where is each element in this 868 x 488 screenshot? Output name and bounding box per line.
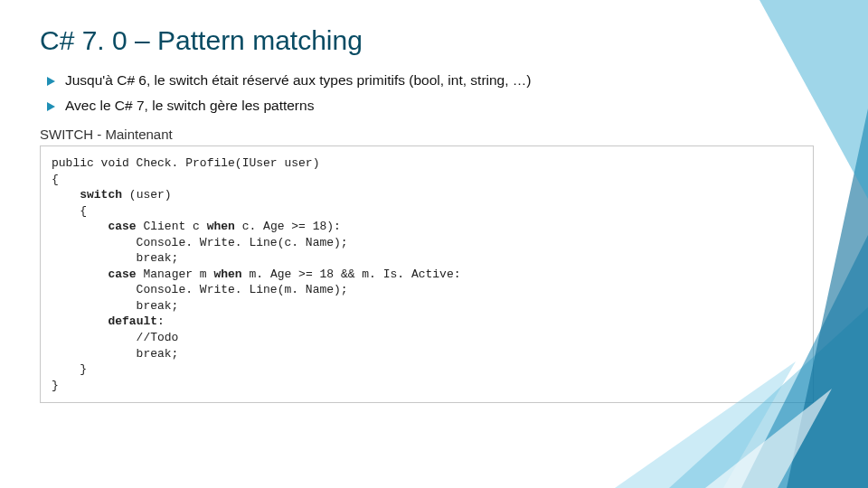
code-line: break;	[52, 299, 178, 313]
bullet-list: Jusqu'à C# 6, le switch était réservé au…	[40, 72, 828, 114]
code-line: //Todo	[52, 331, 178, 344]
code-block: public void Check. Profile(IUser user) {…	[40, 145, 814, 403]
code-keyword: switch	[80, 188, 122, 202]
code-line: Console. Write. Line(m. Name);	[52, 283, 348, 296]
code-line: Console. Write. Line(c. Name);	[52, 236, 348, 249]
code-text	[52, 220, 108, 233]
code-text: :	[157, 314, 165, 328]
code-keyword: default	[108, 314, 157, 328]
code-line: }	[52, 362, 87, 376]
code-line	[52, 188, 80, 202]
code-keyword: when	[213, 267, 241, 281]
svg-marker-5	[705, 389, 832, 488]
code-text: Manager m	[137, 267, 214, 281]
code-line: public void Check. Profile(IUser user)	[52, 156, 319, 170]
code-text: m. Age >= 18 && m. Is. Active:	[242, 267, 461, 281]
code-keyword: case	[108, 267, 136, 281]
code-line: break;	[52, 347, 178, 361]
code-subhead: SWITCH - Maintenant	[40, 127, 828, 142]
code-keyword: when	[207, 220, 235, 233]
code-text: (user)	[122, 188, 172, 202]
code-line: {	[52, 173, 59, 186]
code-line: break;	[52, 251, 178, 265]
code-text: c. Age >= 18):	[235, 220, 341, 233]
slide: C# 7. 0 – Pattern matching Jusqu'à C# 6,…	[0, 0, 868, 488]
bullet-item: Jusqu'à C# 6, le switch était réservé au…	[65, 72, 828, 89]
bullet-item: Avec le C# 7, le switch gère les pattern…	[65, 98, 828, 114]
code-keyword: case	[108, 220, 136, 233]
code-text	[52, 267, 108, 281]
slide-title: C# 7. 0 – Pattern matching	[40, 25, 828, 56]
code-line: }	[52, 379, 59, 392]
code-text	[52, 314, 108, 328]
code-text: Client c	[137, 220, 207, 233]
code-line: {	[52, 204, 87, 218]
